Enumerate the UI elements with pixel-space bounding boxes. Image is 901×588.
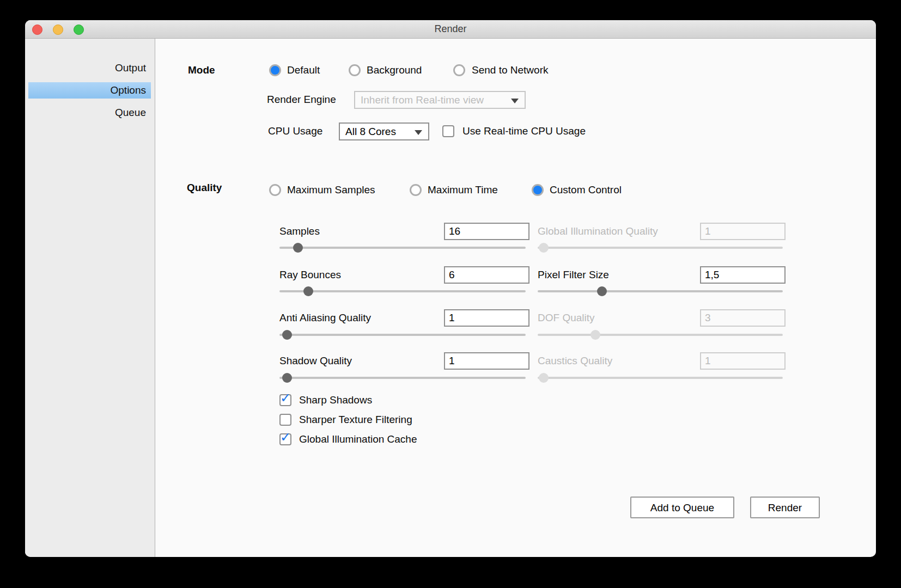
gi-cache-label[interactable]: Global Illumination Cache: [299, 433, 417, 445]
quality-section-label: Quality: [187, 182, 222, 194]
cpu-usage-dropdown[interactable]: All 8 Cores: [339, 122, 429, 140]
mode-radio-send-to-network-label[interactable]: Send to Network: [472, 64, 548, 76]
caustics-quality-slider-handle: [539, 373, 549, 383]
sidebar: Output Options Queue: [25, 39, 155, 557]
samples-slider[interactable]: [279, 247, 526, 249]
render-engine-dropdown[interactable]: Inherit from Real-time view: [354, 91, 526, 109]
mode-radio-default-label[interactable]: Default: [287, 64, 320, 76]
dof-quality-slider: [538, 334, 783, 336]
ray-bounces-input[interactable]: [444, 266, 529, 284]
gi-cache-checkbox[interactable]: ✓: [279, 433, 291, 445]
mode-radio-send-to-network[interactable]: [453, 64, 465, 76]
dropdown-arrow-icon: [511, 99, 519, 103]
pixel-filter-size-slider-handle[interactable]: [597, 286, 607, 296]
caustics-quality-label: Caustics Quality: [538, 355, 612, 367]
quality-radio-maximum-samples[interactable]: [269, 184, 281, 196]
gi-quality-slider-handle: [539, 243, 549, 253]
render-engine-label: Render Engine: [267, 94, 336, 106]
render-button[interactable]: Render: [750, 497, 820, 518]
pixel-filter-size-input[interactable]: [700, 266, 786, 284]
samples-label: Samples: [279, 225, 320, 237]
caustics-quality-input: [700, 352, 786, 370]
sharp-shadows-checkbox[interactable]: ✓: [279, 394, 291, 406]
gi-quality-label: Global Illumination Quality: [538, 225, 658, 237]
mode-section-label: Mode: [188, 64, 215, 76]
anti-aliasing-quality-input[interactable]: [444, 309, 529, 327]
shadow-quality-label: Shadow Quality: [279, 355, 352, 367]
quality-radio-maximum-time[interactable]: [410, 184, 422, 196]
sidebar-item-options[interactable]: Options: [28, 82, 151, 99]
cpu-usage-label: CPU Usage: [268, 125, 322, 137]
anti-aliasing-quality-slider[interactable]: [279, 334, 526, 336]
mode-radio-background[interactable]: [349, 64, 361, 76]
samples-slider-handle[interactable]: [293, 243, 303, 253]
titlebar[interactable]: Render: [25, 20, 876, 39]
pixel-filter-size-slider[interactable]: [538, 290, 783, 292]
shadow-quality-slider[interactable]: [279, 377, 526, 379]
quality-radio-maximum-time-label[interactable]: Maximum Time: [428, 184, 498, 196]
sharp-shadows-label[interactable]: Sharp Shadows: [299, 394, 372, 406]
shadow-quality-input[interactable]: [444, 352, 529, 370]
gi-quality-input: [700, 223, 786, 240]
samples-input[interactable]: [444, 223, 529, 240]
anti-aliasing-quality-label: Anti Aliasing Quality: [279, 312, 371, 324]
sidebar-item-queue[interactable]: Queue: [28, 105, 151, 121]
anti-aliasing-quality-slider-handle[interactable]: [282, 330, 292, 340]
dof-quality-input: [700, 309, 786, 327]
dof-quality-label: DOF Quality: [538, 312, 595, 324]
check-icon: ✓: [280, 390, 291, 406]
cpu-usage-value: All 8 Cores: [345, 126, 396, 137]
check-icon: ✓: [280, 430, 291, 445]
ray-bounces-slider[interactable]: [279, 290, 526, 292]
window-title: Render: [25, 20, 876, 38]
ray-bounces-label: Ray Bounces: [279, 269, 341, 281]
mode-radio-default[interactable]: [269, 64, 281, 76]
gi-quality-slider: [538, 247, 783, 249]
mode-radio-background-label[interactable]: Background: [367, 64, 422, 76]
use-realtime-cpu-label[interactable]: Use Real-time CPU Usage: [462, 125, 586, 137]
dof-quality-slider-handle: [590, 330, 600, 340]
quality-radio-maximum-samples-label[interactable]: Maximum Samples: [287, 184, 375, 196]
sharper-texture-filtering-label[interactable]: Sharper Texture Filtering: [299, 414, 412, 426]
render-engine-value: Inherit from Real-time view: [361, 94, 484, 106]
shadow-quality-slider-handle[interactable]: [282, 373, 292, 383]
dropdown-arrow-icon: [415, 130, 422, 135]
sidebar-item-output[interactable]: Output: [28, 60, 151, 76]
caustics-quality-slider: [538, 377, 783, 379]
quality-radio-custom-control-label[interactable]: Custom Control: [550, 184, 622, 196]
pixel-filter-size-label: Pixel Filter Size: [538, 269, 609, 281]
ray-bounces-slider-handle[interactable]: [303, 286, 313, 296]
add-to-queue-button[interactable]: Add to Queue: [630, 497, 734, 518]
quality-radio-custom-control[interactable]: [532, 184, 544, 196]
render-window: Render Output Options Queue Mode Default…: [25, 20, 876, 557]
use-realtime-cpu-checkbox[interactable]: [442, 125, 454, 137]
sharper-texture-filtering-checkbox[interactable]: [279, 414, 291, 426]
